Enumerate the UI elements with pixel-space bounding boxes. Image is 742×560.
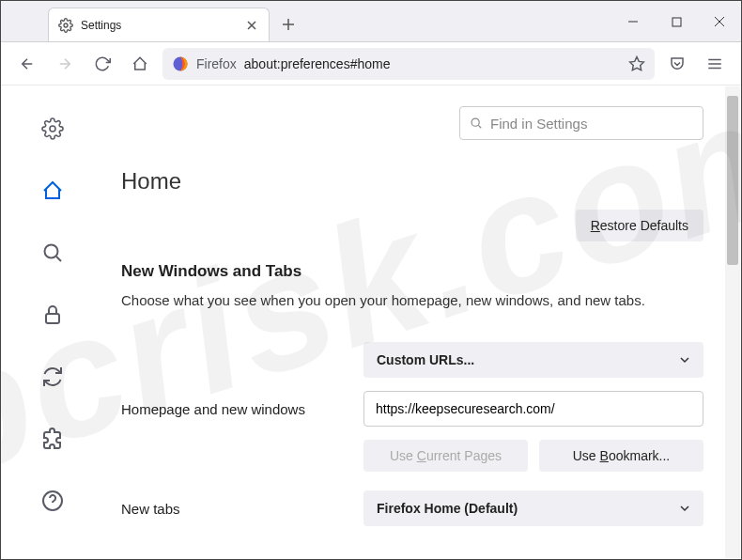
pocket-button[interactable]: [662, 49, 692, 79]
home-button[interactable]: [125, 49, 155, 79]
new-tab-button[interactable]: [275, 11, 301, 38]
maximize-button[interactable]: [655, 1, 698, 42]
toolbar: Firefox about:preferences#home: [1, 42, 741, 86]
svg-point-8: [471, 118, 479, 126]
url-path: about:preferences#home: [244, 56, 391, 71]
reload-button[interactable]: [87, 49, 117, 79]
close-icon[interactable]: [244, 18, 259, 33]
window-close-button[interactable]: [698, 1, 741, 42]
minimize-button[interactable]: [611, 1, 655, 42]
back-button[interactable]: [12, 49, 42, 79]
sidebar-item-general[interactable]: [38, 114, 68, 144]
newtabs-label: New tabs: [121, 501, 352, 517]
homepage-label: Homepage and new windows: [121, 401, 352, 417]
svg-point-0: [64, 23, 68, 27]
use-current-pages-button[interactable]: Use Current Pages: [363, 440, 528, 472]
svg-marker-3: [630, 56, 644, 70]
page-heading: Home: [121, 168, 703, 194]
svg-rect-6: [46, 314, 59, 323]
sidebar-item-sync[interactable]: [38, 362, 68, 392]
sidebar-item-extensions[interactable]: [38, 424, 68, 454]
scrollbar-thumb[interactable]: [727, 96, 738, 265]
section-title: New Windows and Tabs: [121, 262, 703, 281]
svg-point-4: [50, 126, 55, 132]
homepage-dropdown[interactable]: Custom URLs...: [363, 342, 703, 378]
section-description: Choose what you see when you open your h…: [121, 290, 703, 310]
restore-defaults-button[interactable]: Restore Defaults: [576, 210, 703, 241]
chevron-down-icon: [679, 503, 690, 514]
firefox-icon: [172, 55, 189, 72]
browser-tab[interactable]: Settings: [48, 8, 270, 41]
sidebar-item-help[interactable]: [38, 486, 68, 516]
sidebar-item-home[interactable]: [38, 176, 68, 206]
window-controls: [611, 1, 741, 42]
search-input[interactable]: Find in Settings: [459, 106, 703, 140]
sidebar: [1, 86, 104, 559]
url-origin: Firefox: [196, 56, 237, 71]
url-bar[interactable]: Firefox about:preferences#home: [162, 48, 655, 80]
homepage-url-input[interactable]: [363, 391, 703, 427]
search-placeholder: Find in Settings: [490, 116, 587, 132]
sidebar-item-privacy[interactable]: [38, 300, 68, 330]
svg-rect-1: [672, 18, 681, 26]
bookmark-star-icon[interactable]: [628, 55, 645, 72]
tab-title: Settings: [81, 19, 244, 32]
forward-button[interactable]: [50, 49, 80, 79]
use-bookmark-button[interactable]: Use Bookmark...: [539, 440, 703, 472]
main-panel: Find in Settings Home Restore Defaults N…: [104, 86, 741, 559]
newtabs-dropdown[interactable]: Firefox Home (Default): [363, 490, 703, 526]
menu-button[interactable]: [700, 49, 730, 79]
content: Find in Settings Home Restore Defaults N…: [1, 86, 741, 559]
search-icon: [470, 117, 483, 130]
gear-icon: [58, 18, 73, 33]
sidebar-item-search[interactable]: [38, 238, 68, 268]
titlebar: Settings: [1, 1, 741, 42]
chevron-down-icon: [679, 354, 690, 366]
svg-point-5: [45, 245, 58, 258]
scrollbar[interactable]: [725, 86, 740, 558]
